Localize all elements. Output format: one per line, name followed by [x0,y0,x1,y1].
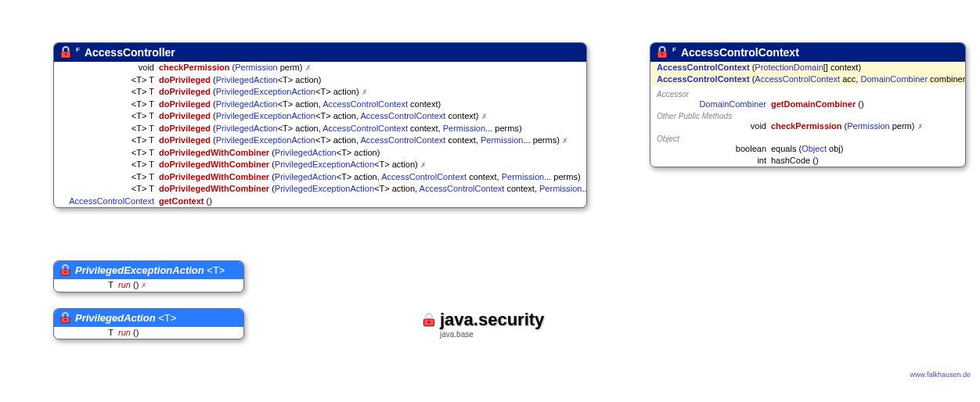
interface-privileged-exception-action[interactable]: PrivilegedExceptionAction <T> Trun () ✗ [53,260,244,293]
package-name: java.security [440,310,544,330]
return-type: <T> T [60,99,159,109]
ctor-signature: AccessControlContext (AccessControlConte… [657,74,966,84]
lock-icon [423,313,435,327]
constructor-row[interactable]: AccessControlContext (AccessControlConte… [650,74,965,85]
return-type: void [60,62,159,73]
class-access-control-context[interactable]: F AccessControlContext AccessControlCont… [650,42,966,167]
return-type: DomainCombiner [657,99,771,109]
method-row[interactable]: <T> TdoPrivileged (PrivilegedAction<T> a… [54,99,586,110]
class-access-controller[interactable]: F AccessController voidcheckPermission (… [53,42,587,208]
constructor-row[interactable]: AccessControlContext (ProtectionDomain[]… [650,62,965,74]
return-type: <T> T [60,183,159,194]
class-title: PrivilegedAction <T> [75,312,176,324]
method-signature: doPrivileged (PrivilegedExceptionAction<… [159,86,368,98]
interface-privileged-action[interactable]: PrivilegedAction <T> Trun () [53,308,244,339]
package-label: java.security java.base [423,310,544,339]
method-row[interactable]: <T> TdoPrivilegedWithCombiner (Privilege… [54,171,586,183]
class-header: F AccessController [54,43,586,62]
class-title: AccessController [85,46,175,59]
return-type: <T> T [60,74,159,85]
return-type: <T> T [60,110,159,121]
method-row[interactable]: <T> TdoPrivileged (PrivilegedExceptionAc… [54,135,586,147]
class-title: AccessControlContext [681,46,799,59]
module-name: java.base [440,330,544,339]
return-type: <T> T [60,123,159,134]
return-type: int [657,155,771,166]
method-signature: doPrivileged (PrivilegedAction<T> action… [159,74,321,85]
lock-icon [60,312,70,324]
method-row[interactable]: Trun () [54,327,243,339]
method-row[interactable]: AccessControlContextgetContext () [54,196,586,207]
method-row[interactable]: booleanequals (Object obj) [650,143,965,155]
return-type: boolean [657,143,771,154]
method-signature: hashCode () [771,155,819,166]
section-label: Other Public Methods [650,110,965,120]
method-signature: doPrivileged (PrivilegedExceptionAction<… [159,110,488,122]
method-row[interactable]: <T> TdoPrivileged (PrivilegedAction<T> a… [54,74,586,86]
method-signature: getDomainCombiner () [771,99,864,109]
method-signature: getContext () [159,196,212,206]
class-header: PrivilegedExceptionAction <T> [54,261,243,279]
return-type: AccessControlContext [60,196,159,206]
method-signature: run () ✗ [118,279,147,291]
method-signature: checkPermission (Permission perm) ✗ [771,120,924,132]
return-type: <T> T [60,147,159,158]
method-row[interactable]: <T> TdoPrivileged (PrivilegedAction<T> a… [54,123,586,135]
return-type: T [60,327,118,338]
method-signature: doPrivilegedWithCombiner (PrivilegedExce… [159,159,427,170]
method-row[interactable]: <T> TdoPrivilegedWithCombiner (Privilege… [54,147,586,159]
method-row[interactable]: <T> TdoPrivileged (PrivilegedExceptionAc… [54,110,586,123]
method-row[interactable]: voidcheckPermission (Permission perm) ✗ [54,62,586,74]
credit-link[interactable]: www.falkhausen.de [910,371,971,379]
section-label: Object [650,133,965,143]
method-row[interactable]: voidcheckPermission (Permission perm) ✗ [650,120,965,133]
method-row[interactable]: <T> TdoPrivilegedWithCombiner (Privilege… [54,159,586,171]
lock-icon [657,46,668,59]
return-type: <T> T [60,86,159,97]
class-title: PrivilegedExceptionAction <T> [75,264,225,276]
return-type: T [60,279,118,290]
modifier-badge: F [672,46,676,53]
method-row[interactable]: <T> TdoPrivilegedWithCombiner (Privilege… [54,183,586,196]
return-type: void [657,120,771,131]
method-signature: equals (Object obj) [771,143,843,154]
method-signature: doPrivileged (PrivilegedAction<T> action… [159,123,522,134]
section-label: Accessor [650,88,965,99]
lock-icon [60,46,71,59]
lock-icon [60,264,70,276]
method-row[interactable]: inthashCode () [650,155,965,167]
return-type: <T> T [60,171,159,182]
method-signature: run () [118,327,139,338]
return-type: <T> T [60,135,159,145]
ctor-signature: AccessControlContext (ProtectionDomain[]… [657,62,861,73]
method-row[interactable]: Trun () ✗ [54,279,243,292]
method-signature: checkPermission (Permission perm) ✗ [159,62,312,74]
method-signature: doPrivilegedWithCombiner (PrivilegedActi… [159,171,581,182]
method-signature: doPrivileged (PrivilegedExceptionAction<… [159,135,568,146]
method-row[interactable]: DomainCombinergetDomainCombiner () [650,99,965,110]
modifier-badge: F [76,46,80,53]
class-header: PrivilegedAction <T> [54,309,243,327]
return-type: <T> T [60,159,159,170]
method-signature: doPrivilegedWithCombiner (PrivilegedExce… [159,183,587,195]
method-signature: doPrivileged (PrivilegedAction<T> action… [159,99,441,109]
method-row[interactable]: <T> TdoPrivileged (PrivilegedExceptionAc… [54,86,586,99]
method-signature: doPrivilegedWithCombiner (PrivilegedActi… [159,147,380,158]
class-header: F AccessControlContext [650,43,965,62]
